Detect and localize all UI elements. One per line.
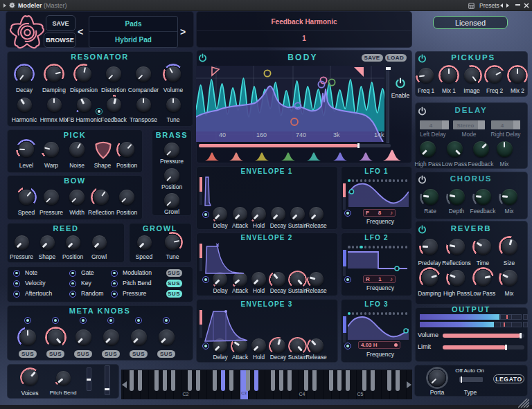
svg-text:3k: 3k xyxy=(333,131,340,138)
svg-text:40: 40 xyxy=(219,131,226,138)
svg-text:14k: 14k xyxy=(374,131,384,138)
svg-text:160: 160 xyxy=(256,131,267,138)
svg-text:740: 740 xyxy=(296,131,306,138)
